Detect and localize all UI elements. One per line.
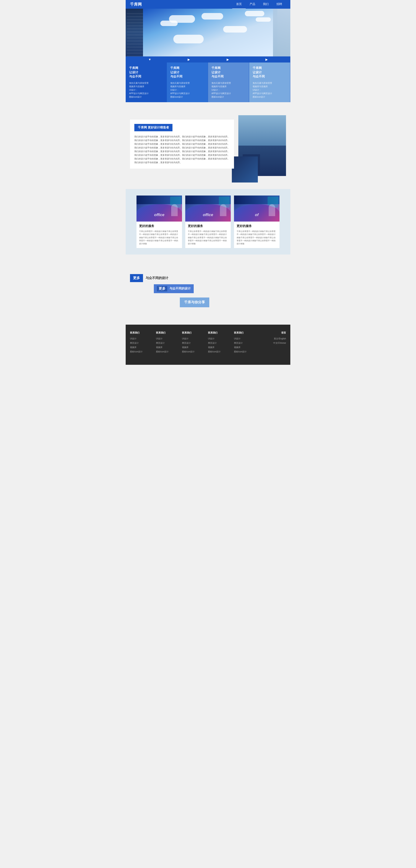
logo: 千库网 (130, 2, 142, 7)
service-card-2-title: 更好的服务 (188, 224, 228, 228)
hero-cloud-7 (173, 35, 204, 43)
footer-col-4: 联系我们 UI设计 网页设计 视频库 图标icon设计 (208, 331, 234, 354)
footer-col-2-item-2: 网页设计 (156, 341, 182, 345)
footer-col-3: 联系我们 UI设计 网页设计 视频库 图标icon设计 (182, 331, 208, 354)
about-text-area: 千库网 更好设计缔造者 我们的设计超乎你的想象，更多资源与你共此昂。我们的设计超… (130, 120, 234, 168)
more-row-2: 更多 与众不同的设计 (154, 284, 194, 293)
footer-col-4-title: 联系我们 (208, 331, 234, 334)
about-body: 我们的设计超乎你的想象，更多资源与你共此昂。我们的设计超乎你的想象，更多资源与你… (134, 135, 230, 164)
footer-col-3-item-1: UI设计 (182, 337, 208, 341)
feature-arrows: ▼ ▶ ▶ ▶ (126, 56, 290, 62)
spacer-2 (126, 185, 290, 189)
about-image-corner (232, 156, 258, 183)
arrow-4: ▶ (266, 58, 268, 61)
services-section: office 更好的服务 千库让你享受不一样的设计体验千库让你享受不一样的设计体… (126, 189, 290, 254)
footer-col-1-title: 联系我们 (130, 331, 156, 334)
more-row-2-label: 更多 (157, 286, 167, 291)
footer-col-1: 联系我们 UI设计 网页设计 视频库 图标icon设计 (130, 331, 156, 354)
more-row-2-text: 与众不同的设计 (169, 287, 190, 290)
hero-cloud-2 (160, 21, 178, 26)
hero-cloud-4 (245, 11, 264, 16)
footer-top: 联系我们 UI设计 网页设计 视频库 图标icon设计 联系我们 UI设计 网页… (130, 331, 286, 358)
footer-col-1-item-4: 图标icon设计 (130, 349, 156, 354)
footer-lang-chinese[interactable]: 中文/Chinese (260, 341, 286, 345)
more-row-1-text: 与众不同的设计 (146, 276, 168, 280)
about-section: 千库网 更好设计缔造者 我们的设计超乎你的想象，更多资源与你共此昂。我们的设计超… (126, 111, 290, 185)
footer-col-2-title: 联系我们 (156, 331, 182, 334)
service-card-2-image: office (185, 195, 231, 222)
feature-section: ▼ ▶ ▶ ▶ 千库网 让设计 与众不同 免扣元素与原创背景 视频库与音频库 U… (126, 56, 290, 102)
footer-lang-col: 语言 英文/English 中文/Chinese (260, 331, 286, 354)
footer-col-2-item-1: UI设计 (156, 337, 182, 341)
service-card-3-office: of (255, 213, 259, 217)
arrow-1: ▼ (148, 58, 151, 61)
footer-col-4-item-1: UI设计 (208, 337, 234, 341)
feature-card-3: 千库网 让设计 与众不同 免扣元素与原创背景 视频库与音频库 UI设计： APP… (208, 62, 249, 102)
feature-card-3-title: 千库网 让设计 与众不同 (211, 66, 245, 79)
footer-col-2-item-3: 视频库 (156, 345, 182, 349)
more-row-3-wrapper: 千库与你分享 (154, 298, 286, 307)
feature-card-1: 千库网 让设计 与众不同 免扣元素与原创背景 视频库与音频库 UI设计： APP… (126, 62, 167, 102)
services-grid: office 更好的服务 千库让你享受不一样的设计体验千库让你享受不一样的设计体… (130, 195, 286, 248)
nav-home[interactable]: 首页 (232, 0, 246, 9)
footer-col-4-item-2: 网页设计 (208, 341, 234, 345)
footer-col-5-title: 联系我们 (234, 331, 260, 334)
more-row-1: 更多 与众不同的设计 (130, 274, 286, 282)
footer: 联系我们 UI设计 网页设计 视频库 图标icon设计 联系我们 UI设计 网页… (126, 324, 290, 365)
footer-col-5-item-4: 图标icon设计 (234, 349, 260, 354)
footer-col-5: 联系我们 UI设计 网页设计 视频库 图标icon设计 (234, 331, 260, 354)
arrow-2: ▶ (187, 58, 190, 61)
service-card-2-office: office (203, 213, 213, 217)
navbar: 千库网 首页 产品 我们 招聘 (126, 0, 290, 9)
service-card-3-body: 更好的服务 千库让你享受不一样的设计体验千库让你享受不一样的设计体验千库让你享受… (234, 222, 279, 248)
feature-card-2-desc: 免扣元素与原创背景 视频库与音频库 UI设计： APP设计与网页设计 图标ico… (170, 82, 204, 99)
spacer-3 (126, 254, 290, 263)
more-row-1-label: 更多 (130, 274, 143, 282)
feature-card-2: 千库网 让设计 与众不同 免扣元素与原创背景 视频库与音频库 UI设计： APP… (167, 62, 208, 102)
footer-col-5-item-2: 网页设计 (234, 341, 260, 345)
footer-col-2: 联系我们 UI设计 网页设计 视频库 图标icon设计 (156, 331, 182, 354)
nav-about[interactable]: 我们 (259, 0, 273, 9)
nav-links: 首页 产品 我们 招聘 (232, 0, 286, 9)
footer-lang-english[interactable]: 英文/English (260, 337, 286, 341)
service-card-2-body: 更好的服务 千库让你享受不一样的设计体验千库让你享受不一样的设计体验千库让你享受… (185, 222, 231, 248)
service-card-3-image: of (234, 195, 279, 222)
footer-col-3-item-3: 视频库 (182, 345, 208, 349)
footer-col-3-title: 联系我们 (182, 331, 208, 334)
spacer-1 (126, 102, 290, 111)
feature-card-1-title: 千库网 让设计 与众不同 (129, 66, 163, 79)
feature-card-2-title: 千库网 让设计 与众不同 (170, 66, 204, 79)
service-card-1-title: 更好的服务 (139, 224, 179, 228)
footer-col-1-item-3: 视频库 (130, 345, 156, 349)
arrow-3: ▶ (227, 58, 229, 61)
footer-col-2-item-4: 图标icon设计 (156, 349, 182, 354)
feature-card-4: 千库网 让设计 与众不同 免扣元素与原创背景 视频库与音频库 UI设计： APP… (249, 62, 290, 102)
service-card-2-desc: 千库让你享受不一样的设计体验千库让你享受不一样的设计体验千库让你享受不一样的设计… (188, 230, 228, 245)
footer-col-3-item-2: 网页设计 (182, 341, 208, 345)
service-card-1: office 更好的服务 千库让你享受不一样的设计体验千库让你享受不一样的设计体… (137, 195, 182, 248)
nav-products[interactable]: 产品 (246, 0, 259, 9)
footer-col-4-item-3: 视频库 (208, 345, 234, 349)
feature-card-3-desc: 免扣元素与原创背景 视频库与音频库 UI设计： APP设计与网页设计 图标ico… (211, 82, 245, 99)
service-card-3-desc: 千库让你享受不一样的设计体验千库让你享受不一样的设计体验千库让你享受不一样的设计… (237, 230, 277, 245)
footer-col-1-item-2: 网页设计 (130, 341, 156, 345)
footer-col-4-item-4: 图标icon设计 (208, 349, 234, 354)
more-section: 更多 与众不同的设计 更多 与众不同的设计 千库与你分享 (126, 263, 290, 318)
nav-recruit[interactable]: 招聘 (273, 0, 286, 9)
feature-card-4-title: 千库网 让设计 与众不同 (253, 66, 287, 79)
hero-cloud-3 (202, 13, 223, 20)
service-card-1-image: office (137, 195, 182, 222)
service-card-1-body: 更好的服务 千库让你享受不一样的设计体验千库让你享受不一样的设计体验千库让你享受… (137, 222, 182, 248)
more-row-2-wrapper: 更多 与众不同的设计 (141, 284, 286, 295)
service-card-3-title: 更好的服务 (237, 224, 277, 228)
hero-cloud-6 (223, 26, 247, 33)
more-row-3: 千库与你分享 (180, 298, 209, 307)
hero-banner (126, 9, 290, 56)
footer-col-5-item-3: 视频库 (234, 345, 260, 349)
feature-card-1-desc: 免扣元素与原创背景 视频库与音频库 UI设计： APP设计与网页设计 图标ico… (129, 82, 163, 99)
about-title: 千库网 更好设计缔造者 (134, 124, 172, 131)
footer-lang-title: 语言 (260, 331, 286, 334)
service-card-1-office: office (154, 213, 165, 217)
footer-col-5-item-1: UI设计 (234, 337, 260, 341)
hero-cloud-5 (256, 18, 271, 22)
